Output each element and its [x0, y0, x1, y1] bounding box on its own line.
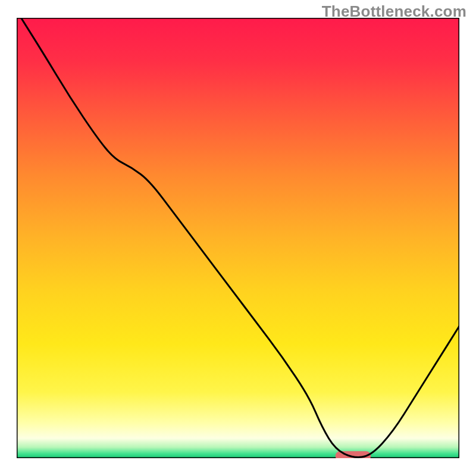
bottleneck-chart — [17, 18, 459, 458]
watermark-text: TheBottleneck.com — [322, 2, 466, 21]
chart-frame — [17, 18, 459, 458]
heatmap-background — [17, 18, 459, 458]
chart-container: TheBottleneck.com — [0, 0, 476, 476]
